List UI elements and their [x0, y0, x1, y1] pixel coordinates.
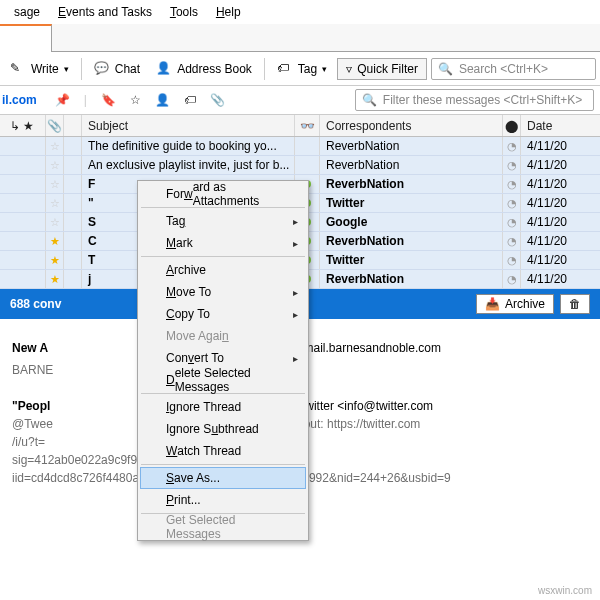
- global-search[interactable]: 🔍Search <Ctrl+K>: [431, 58, 596, 80]
- col-remind[interactable]: ⬤: [503, 115, 521, 136]
- menu-events[interactable]: Events and Tasks: [50, 2, 160, 22]
- menu-message[interactable]: sage: [6, 2, 48, 22]
- col-correspondents[interactable]: Correspondents: [320, 115, 503, 136]
- attach-filter-icon[interactable]: 📎: [210, 93, 225, 107]
- ctx-get-selected: Get Selected Messages: [140, 516, 306, 538]
- ctx-copy[interactable]: Copy To: [140, 303, 306, 325]
- clock-icon: ◔: [507, 197, 517, 210]
- star-icon[interactable]: ★: [50, 273, 60, 286]
- cell-from: Twitter: [320, 194, 503, 212]
- cell-date: 4/11/20: [521, 251, 600, 269]
- cell-date: 4/11/20: [521, 194, 600, 212]
- ctx-tag[interactable]: Tag: [140, 210, 306, 232]
- filter-icons: 📌 | 🔖 ☆ 👤 🏷 📎: [45, 93, 235, 107]
- table-row[interactable]: ☆An exclusive playlist invite, just for …: [0, 156, 600, 175]
- star-icon[interactable]: ☆: [50, 159, 60, 172]
- column-headers: ↳ ★ 📎 Subject 👓 Correspondents ⬤ Date: [0, 115, 600, 137]
- active-tab[interactable]: [0, 24, 52, 52]
- ctx-delete[interactable]: Delete Selected Messages: [140, 369, 306, 391]
- col-read[interactable]: 👓: [295, 115, 320, 136]
- menubar: sage Events and Tasks Tools Help: [0, 0, 600, 24]
- menu-tools[interactable]: Tools: [162, 2, 206, 22]
- clock-icon: ◔: [507, 216, 517, 229]
- table-row[interactable]: ☆The definitive guide to booking yo...Re…: [0, 137, 600, 156]
- cell-from: ReverbNation: [320, 175, 503, 193]
- star-icon[interactable]: ☆: [50, 197, 60, 210]
- tag-filter-icon[interactable]: 🏷: [184, 93, 196, 107]
- person-icon[interactable]: 👤: [155, 93, 170, 107]
- context-menu: Forward as Attachments Tag Mark Archive …: [137, 180, 309, 541]
- toolbar: ✎Write▾ 💬Chat 👤Address Book 🏷Tag▾ ▿Quick…: [0, 52, 600, 86]
- archive-button[interactable]: 📥 Archive: [476, 294, 554, 314]
- search-icon: 🔍: [438, 62, 453, 76]
- tag-button[interactable]: 🏷Tag▾: [271, 57, 333, 81]
- cell-from: ReverbNation: [320, 156, 503, 174]
- star-icon[interactable]: ☆: [130, 93, 141, 107]
- pencil-icon: ✎: [10, 61, 26, 77]
- address-book-button[interactable]: 👤Address Book: [150, 57, 258, 81]
- watermark: wsxwin.com: [538, 585, 592, 596]
- cell-subject: The definitive guide to booking yo...: [82, 137, 295, 155]
- ctx-ignore-subthread[interactable]: Ignore Subthread: [140, 418, 306, 440]
- cell-date: 4/11/20: [521, 137, 600, 155]
- tag-icon: 🏷: [277, 61, 293, 77]
- addressbook-icon: 👤: [156, 61, 172, 77]
- ctx-forward[interactable]: Forward as Attachments: [140, 183, 306, 205]
- delete-button[interactable]: 🗑: [560, 294, 590, 314]
- ctx-move[interactable]: Move To: [140, 281, 306, 303]
- cell-from: Google: [320, 213, 503, 231]
- cell-date: 4/11/20: [521, 270, 600, 288]
- ctx-save-as[interactable]: Save As...: [140, 467, 306, 489]
- conversation-count: 688 conv: [10, 297, 61, 311]
- ctx-archive[interactable]: Archive: [140, 259, 306, 281]
- cell-date: 4/11/20: [521, 213, 600, 231]
- clock-icon: ◔: [507, 178, 517, 191]
- clock-icon: ◔: [507, 159, 517, 172]
- star-icon[interactable]: ☆: [50, 216, 60, 229]
- search-icon: 🔍: [362, 93, 377, 107]
- col-attach[interactable]: 📎: [46, 115, 64, 136]
- cell-date: 4/11/20: [521, 175, 600, 193]
- cell-from: Twitter: [320, 251, 503, 269]
- star-icon[interactable]: ☆: [50, 140, 60, 153]
- chat-icon: 💬: [94, 61, 110, 77]
- clock-icon: ◔: [507, 273, 517, 286]
- message-filter-input[interactable]: 🔍Filter these messages <Ctrl+Shift+K>: [355, 89, 594, 111]
- ctx-mark[interactable]: Mark: [140, 232, 306, 254]
- quick-filter-button[interactable]: ▿Quick Filter: [337, 58, 427, 80]
- cell-from: ReverbNation: [320, 232, 503, 250]
- filter-bar: il.com 📌 | 🔖 ☆ 👤 🏷 📎 🔍Filter these messa…: [0, 86, 600, 115]
- filter-icon: ▿: [346, 62, 352, 76]
- star-icon[interactable]: ☆: [50, 178, 60, 191]
- cell-from: ReverbNation: [320, 270, 503, 288]
- clock-icon: ◔: [507, 254, 517, 267]
- ctx-ignore-thread[interactable]: Ignore Thread: [140, 396, 306, 418]
- ctx-print[interactable]: Print...: [140, 489, 306, 511]
- mailbox-label[interactable]: il.com: [0, 93, 45, 107]
- col-date[interactable]: Date: [521, 115, 600, 136]
- cell-date: 4/11/20: [521, 156, 600, 174]
- col-subject[interactable]: Subject: [82, 115, 295, 136]
- cell-subject: An exclusive playlist invite, just for b…: [82, 156, 295, 174]
- cell-date: 4/11/20: [521, 232, 600, 250]
- bookmark-icon[interactable]: 🔖: [101, 93, 116, 107]
- write-button[interactable]: ✎Write▾: [4, 57, 75, 81]
- star-icon[interactable]: ★: [50, 254, 60, 267]
- clock-icon: ◔: [507, 235, 517, 248]
- pin-icon[interactable]: 📌: [55, 93, 70, 107]
- cell-from: ReverbNation: [320, 137, 503, 155]
- col-spacer: [64, 115, 82, 136]
- ctx-move-again: Move Again: [140, 325, 306, 347]
- clock-icon: ◔: [507, 140, 517, 153]
- col-thread[interactable]: ↳ ★: [0, 115, 46, 136]
- menu-help[interactable]: Help: [208, 2, 249, 22]
- tab-strip: [0, 24, 600, 52]
- star-icon[interactable]: ★: [50, 235, 60, 248]
- chat-button[interactable]: 💬Chat: [88, 57, 146, 81]
- ctx-watch-thread[interactable]: Watch Thread: [140, 440, 306, 462]
